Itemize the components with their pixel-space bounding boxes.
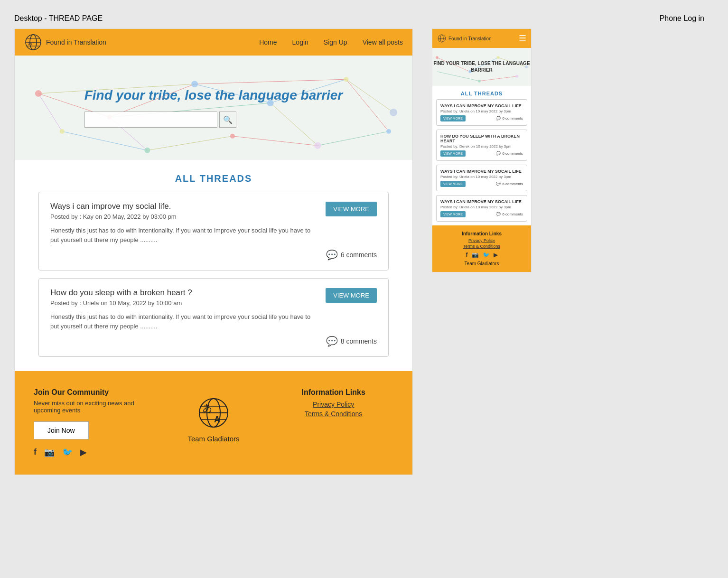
comment-bubble-icon: 💬 [326, 249, 338, 261]
community-title: Join Our Community [34, 388, 154, 397]
phone-thread-card: WAYS I CAN IMPROVE MY SOCAIL LIFE Posted… [436, 165, 527, 191]
desktop-label: Desktop - THREAD PAGE [14, 14, 103, 23]
svg-point-53 [478, 80, 481, 83]
thread-title: Ways i can improve my social life. [50, 202, 316, 211]
phone-terms-link[interactable]: Terms & Conditions [438, 244, 525, 249]
phone-facebook-icon[interactable]: f [466, 252, 468, 258]
footer-logo-icon: あ A [192, 388, 235, 431]
svg-line-18 [38, 93, 62, 131]
terms-conditions-link[interactable]: Terms & Conditions [273, 410, 393, 418]
phone-panel: あ Found in Translation ☰ FIND YOUR [432, 28, 532, 272]
phone-thread-meta: Posted by: Derek on 10 may 2022 by 3pm [440, 144, 523, 149]
footer-community: Join Our Community Never miss out on exc… [34, 388, 154, 457]
thread-meta: Posted by : Kay on 20 May, 2022 by 03:00… [50, 213, 316, 220]
view-more-button-2[interactable]: VIEW MORE [326, 288, 377, 303]
svg-text:あ: あ [439, 37, 441, 40]
phone-twitter-icon[interactable]: 🐦 [483, 252, 490, 258]
phone-all-threads-heading: ALL THREADS [432, 86, 531, 99]
phone-thread-card: How do you Sleep with A broken heart Pos… [436, 130, 527, 161]
phone-youtube-icon[interactable]: ▶ [494, 252, 498, 258]
nav-home[interactable]: Home [259, 38, 277, 46]
svg-point-54 [515, 75, 518, 78]
svg-line-16 [233, 136, 318, 146]
info-links-title: Information Links [273, 388, 393, 397]
nav-logo-text: Found in Translation [46, 38, 106, 46]
svg-point-51 [497, 56, 500, 59]
join-now-button[interactable]: Join Now [34, 421, 89, 439]
instagram-icon[interactable]: 📷 [44, 447, 55, 457]
nav-view-all-posts[interactable]: View all posts [363, 38, 403, 46]
svg-point-29 [144, 148, 150, 153]
thread-excerpt: Honestly this just has to do with intent… [50, 226, 316, 244]
svg-line-14 [62, 131, 148, 150]
footer-social-links: f 📷 🐦 ▶ [34, 447, 154, 457]
svg-point-30 [230, 134, 235, 139]
phone-logo-icon: あ [437, 34, 447, 43]
hero-search-bar[interactable]: 🔍 [84, 112, 343, 128]
nav-links: Home Login Sign Up View all posts [259, 38, 403, 46]
footer-info-links: Information Links Privacy Policy Terms &… [273, 388, 393, 420]
comment-bubble-icon: 💬 [326, 336, 338, 347]
nav-logo: あ Found in Translation [24, 33, 106, 51]
phone-thread-meta: Posted by: Uriela on 10 may 2022 by 3pm [440, 205, 523, 209]
phone-comment-count-1: 💬 6 comments [496, 116, 523, 121]
view-more-button-1[interactable]: VIEW MORE [326, 202, 377, 216]
hero-section: Find your tribe, lose the language barri… [15, 56, 412, 160]
svg-text:あ: あ [203, 402, 212, 413]
comment-count-2: 💬 8 comments [326, 336, 377, 347]
phone-thread-title: WAYS I CAN IMPROVE MY SOCAIL LIFE [440, 199, 523, 204]
svg-point-31 [314, 142, 321, 149]
nav-login[interactable]: Login [292, 38, 308, 46]
thread-card: Ways i can improve my social life. Poste… [38, 192, 389, 270]
search-input[interactable] [84, 112, 217, 128]
logo-globe-icon: あ [24, 33, 42, 51]
phone-nav: あ Found in Translation ☰ [432, 29, 531, 48]
svg-line-48 [479, 76, 517, 81]
thread-excerpt: Honestly this just has to do with intent… [50, 312, 316, 331]
twitter-icon[interactable]: 🐦 [62, 447, 73, 457]
thread-meta: Posted by : Uriela on 10 May, 2022 by 10… [50, 299, 316, 307]
privacy-policy-link[interactable]: Privacy Policy [273, 401, 393, 408]
threads-list: Ways i can improve my social life. Poste… [15, 192, 412, 371]
search-button[interactable]: 🔍 [219, 112, 236, 128]
svg-text:あ: あ [28, 41, 32, 46]
footer-logo-name: Team Gladiators [187, 435, 239, 443]
svg-text:A: A [214, 415, 220, 424]
facebook-icon[interactable]: f [34, 447, 37, 457]
nav-signup[interactable]: Sign Up [324, 38, 347, 46]
phone-thread-title: How do you Sleep with A broken heart [440, 134, 523, 143]
community-sub: Never miss out on exciting news and upco… [34, 400, 154, 414]
phone-view-more-btn-4[interactable]: VIEW MORE [440, 211, 466, 217]
hamburger-menu-icon[interactable]: ☰ [519, 33, 526, 44]
all-threads-heading: ALL THREADS [15, 160, 412, 192]
svg-line-15 [147, 136, 233, 150]
phone-thread-card: WAYS I CAN IMPROVE MY SOCAIL LIFE Posted… [436, 99, 527, 126]
phone-thread-title: WAYS I CAN IMPROVE MY SOCAIL LIFE [440, 169, 523, 174]
phone-thread-meta: Posted by: Uriela on 10 may 2022 by 3pm [440, 175, 523, 179]
svg-point-22 [35, 90, 42, 97]
phone-comment-count-2: 💬 6 comments [496, 151, 523, 156]
desktop-footer: Join Our Community Never miss out on exc… [15, 371, 412, 475]
svg-point-26 [344, 77, 348, 82]
svg-point-24 [191, 81, 198, 87]
phone-bubble-icon: 💬 [496, 182, 501, 186]
svg-point-27 [390, 109, 397, 116]
phone-footer-social: f 📷 🐦 ▶ [438, 252, 525, 258]
footer-logo-area: あ A Team Gladiators [154, 388, 274, 443]
svg-line-21 [346, 79, 389, 131]
comment-count-1: 💬 6 comments [326, 249, 377, 261]
phone-view-more-btn-1[interactable]: VIEW MORE [440, 115, 466, 121]
hero-title: Find your tribe, lose the language barri… [84, 88, 343, 103]
phone-threads-list: WAYS I CAN IMPROVE MY SOCAIL LIFE Posted… [432, 99, 531, 225]
svg-point-28 [60, 129, 65, 134]
phone-hero-text: FIND YOUR TRIBE, LOSE THE LANGUAGE BARRI… [432, 60, 531, 74]
phone-logo-text: Found in Translation [448, 36, 492, 41]
phone-thread-card: WAYS I CAN IMPROVE MY SOCAIL LIFE Posted… [436, 195, 527, 222]
phone-view-more-btn-2[interactable]: VIEW MORE [440, 150, 466, 157]
phone-view-more-btn-3[interactable]: VIEW MORE [440, 181, 466, 187]
phone-privacy-link[interactable]: Privacy Policy [438, 238, 525, 243]
phone-instagram-icon[interactable]: 📷 [472, 252, 479, 258]
youtube-icon[interactable]: ▶ [80, 447, 87, 457]
phone-info-links-title: Information Links [438, 231, 525, 236]
svg-line-10 [346, 79, 393, 112]
